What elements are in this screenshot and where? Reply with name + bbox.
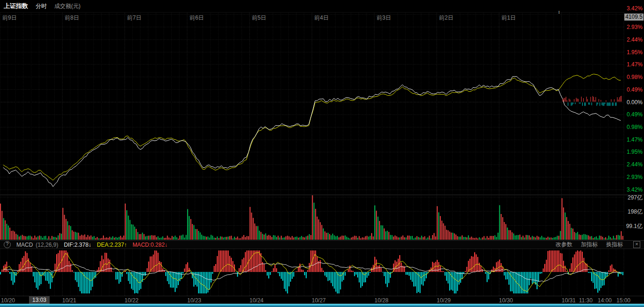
price-axis-label: 0.00%	[627, 99, 643, 106]
day-label: 前9日	[2, 14, 17, 22]
time-axis-label: 10/23	[187, 297, 201, 304]
day-label: 前8日	[65, 14, 79, 22]
price-axis-label: 2.93%	[627, 174, 643, 180]
time-axis-label: 11:30	[579, 297, 593, 304]
day-label: 前4日	[315, 14, 329, 22]
volume-axis-label: 297亿	[628, 194, 643, 201]
last-price-badge: 4109.5	[624, 14, 644, 21]
tab-intraday[interactable]: 分时	[36, 2, 47, 10]
today-ticks	[563, 96, 622, 106]
price-axis-label: 1.95%	[627, 49, 643, 56]
macd-dea-value: DEA:2.237↑	[97, 242, 127, 248]
top-bar: 上证指数 分时 成交额(元)	[0, 0, 644, 12]
time-axis-label: 10/27	[312, 297, 326, 304]
volume-axis-label: 99.1亿	[626, 223, 643, 229]
price-axis-label: 1.47%	[627, 61, 643, 68]
volume-bars	[0, 195, 623, 240]
change-params-button[interactable]: 改参数	[556, 241, 572, 249]
time-axis-label: 10/24	[249, 297, 263, 304]
price-axis-label: 2.44%	[627, 36, 643, 43]
time-axis-label: 10/31	[562, 297, 576, 304]
price-axis-label: 2.93%	[627, 24, 643, 30]
add-indicator-button[interactable]: 加指标	[581, 241, 598, 249]
price-axis-top-label: 3.42%	[627, 5, 643, 12]
time-axis-label: 10/20	[1, 297, 15, 304]
right-axis: 3.42%2.93%2.44%1.95%1.47%0.98%0.49%0.00%…	[624, 0, 644, 304]
price-axis-label: 0.98%	[627, 124, 643, 130]
macd-dif-value: DIF:2.378↓	[64, 242, 91, 248]
price-axis-label: 0.49%	[627, 111, 643, 118]
day-label: 前5日	[252, 14, 266, 22]
time-axis-label: 10/30	[499, 297, 513, 304]
price-axis-label: 2.44%	[627, 161, 643, 168]
macd-header: ? MACD (12,26,9) DIF:2.378↓ DEA:2.237↑ M…	[0, 240, 644, 249]
help-icon[interactable]: ?	[4, 241, 11, 248]
day-label: 前7日	[127, 14, 142, 22]
macd-macd-value: MACD:0.282↓	[132, 242, 168, 248]
day-label: 前6日	[190, 14, 204, 22]
price-axis-label: 3.42%	[627, 186, 643, 193]
close-icon[interactable]: ×	[633, 241, 640, 248]
time-axis-label: 10/21	[62, 297, 76, 304]
day-label: 前1日	[501, 14, 516, 22]
day-label: 前3日	[377, 14, 391, 22]
day-label: 前2日	[439, 14, 454, 22]
price-axis-label: 1.95%	[627, 149, 643, 155]
time-cursor-box: 13:03	[29, 296, 50, 304]
chart-canvas[interactable]	[0, 0, 644, 307]
index-name: 上证指数	[4, 2, 28, 10]
macd-indicator-name[interactable]: MACD	[16, 242, 33, 248]
volume-unit-label: 成交额(元)	[54, 2, 80, 10]
macd-params: (12,26,9)	[36, 242, 58, 248]
time-axis-label: 10/28	[374, 297, 388, 304]
time-axis-label: 10/22	[124, 297, 139, 304]
time-axis: 10/2013:0310/2110/2210/2310/2410/2710/28…	[0, 296, 644, 304]
horizontal-scrollbar[interactable]	[0, 304, 644, 307]
switch-indicator-button[interactable]: 换指标	[606, 241, 623, 249]
price-axis-label: 0.98%	[627, 74, 643, 80]
updown-arrow-icon: ↕	[558, 9, 560, 14]
price-axis-label: 0.49%	[627, 86, 643, 93]
grid	[0, 12, 644, 296]
volume-axis-label: 198亿	[628, 208, 643, 215]
price-axis-label: 1.47%	[627, 136, 643, 143]
time-axis-label: 14:00	[598, 297, 612, 304]
time-axis-label: 15:00	[616, 297, 630, 304]
time-axis-label: 10/29	[437, 297, 451, 304]
